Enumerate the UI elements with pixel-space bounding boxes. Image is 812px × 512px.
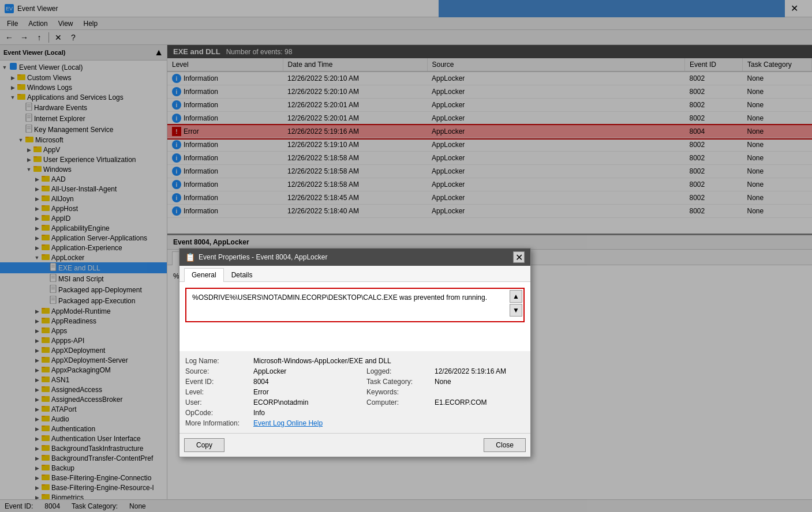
modal-tab-details[interactable]: Details [224,268,260,281]
value-level: Error [253,388,269,396]
value-taskcategory: None [435,378,451,386]
modal-title: Event Properties - Event 8004, AppLocker [199,253,327,261]
value-opcode: Info [253,409,265,417]
close-modal-button[interactable]: Close [484,438,526,452]
modal-event-properties[interactable]: 📋 Event Properties - Event 8004, AppLock… [179,248,531,457]
modal-details-grid: Log Name: Microsoft-Windows-AppLocker/EX… [179,351,530,433]
label-moreinfo: More Information: [185,419,249,427]
detail-row-user: User: ECORP\notadmin [185,397,343,408]
label-level: Level: [185,388,249,396]
detail-row-taskcategory: Task Category: None [366,377,525,387]
label-user: User: [185,398,249,406]
detail-row-keywords: Keywords: [366,387,525,397]
detail-row-logname: Log Name: Microsoft-Windows-AppLocker/EX… [185,356,525,366]
event-log-online-help-link[interactable]: Event Log Online Help [253,419,323,427]
label-opcode: OpCode: [185,409,249,417]
value-computer: E1.ECORP.COM [435,398,487,406]
detail-row-logged: Logged: 12/26/2022 5:19:16 AM [366,366,525,377]
modal-tabs: General Details [179,266,530,282]
modal-close-icon[interactable]: ✕ [513,251,525,263]
label-logged: Logged: [366,367,430,375]
copy-button[interactable]: Copy [184,438,224,452]
value-source: AppLocker [253,367,286,375]
value-moreinfo: Event Log Online Help [253,419,323,427]
modal-footer: Copy Close [179,433,530,457]
label-logname: Log Name: [185,357,249,365]
label-source: Source: [185,367,249,375]
label-computer: Computer: [366,398,430,406]
label-taskcategory: Task Category: [366,378,430,386]
detail-row-level: Level: Error [185,387,343,397]
modal-scroll-buttons: ▲ ▼ [510,290,522,317]
label-eventid: Event ID: [185,378,249,386]
value-eventid: 8004 [253,378,269,386]
modal-title-bar: 📋 Event Properties - Event 8004, AppLock… [179,249,530,266]
value-logged: 12/26/2022 5:19:16 AM [435,367,506,375]
value-user: ECORP\notadmin [253,398,308,406]
detail-row-computer: Computer: E1.ECORP.COM [366,397,525,408]
detail-row-source: Source: AppLocker [185,366,343,377]
value-logname: Microsoft-Windows-AppLocker/EXE and DLL [253,357,391,365]
scroll-up-button[interactable]: ▲ [510,290,522,303]
scroll-down-button[interactable]: ▼ [510,304,522,317]
modal-tab-general[interactable]: General [184,268,224,282]
modal-title-icon: 📋 [185,253,195,262]
label-keywords: Keywords: [366,388,430,396]
modal-overlay[interactable]: 📋 Event Properties - Event 8004, AppLock… [0,0,812,512]
modal-message: %OSDRIVE%\USERS\NOTADMIN.ECORP\DESKTOP\C… [192,293,487,302]
modal-body: %OSDRIVE%\USERS\NOTADMIN.ECORP\DESKTOP\C… [179,282,530,351]
detail-row-eventid: Event ID: 8004 [185,377,343,387]
detail-row-opcode: OpCode: Info [185,408,343,418]
modal-message-box: %OSDRIVE%\USERS\NOTADMIN.ECORP\DESKTOP\C… [185,288,525,322]
detail-row-moreinfo: More Information: Event Log Online Help [185,418,525,428]
